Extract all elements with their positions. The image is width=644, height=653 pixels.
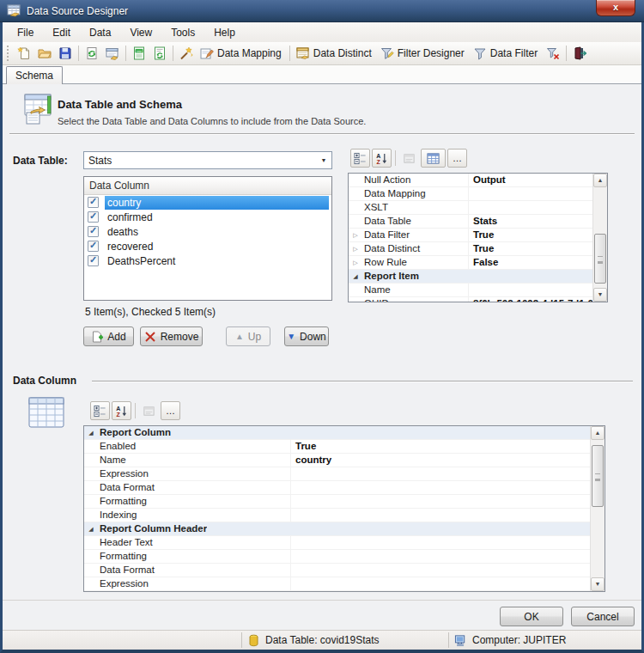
- property-value[interactable]: [291, 536, 590, 549]
- expand-arrow-icon[interactable]: [349, 187, 362, 200]
- property-row[interactable]: Data Distinct True: [349, 242, 592, 256]
- new-file-button[interactable]: [14, 44, 34, 63]
- expand-arrow-icon[interactable]: [84, 550, 98, 563]
- csv-file-button[interactable]: csv: [129, 44, 149, 63]
- scroll-down-icon[interactable]: ▼: [593, 288, 607, 302]
- menu-item[interactable]: File: [8, 24, 43, 41]
- property-value[interactable]: Output: [469, 174, 592, 186]
- save-button[interactable]: [55, 44, 76, 63]
- property-value[interactable]: [291, 495, 590, 508]
- expand-arrow-icon[interactable]: [349, 174, 362, 186]
- scroll-up-icon[interactable]: ▲: [591, 426, 605, 440]
- expand-arrow-icon[interactable]: [349, 256, 362, 269]
- property-value[interactable]: 8f6b-502-1093-4d15-7d1-0: [469, 297, 592, 302]
- property-row[interactable]: Name country: [84, 454, 590, 467]
- down-button[interactable]: ▼ Down: [284, 326, 329, 346]
- data-column-list-header[interactable]: Data Column: [84, 177, 331, 195]
- expand-arrow-icon[interactable]: [84, 509, 98, 522]
- menu-item[interactable]: Data: [80, 24, 120, 41]
- list-item[interactable]: recovered: [84, 239, 331, 253]
- checkbox-checked-icon[interactable]: [88, 226, 99, 237]
- menu-item[interactable]: Help: [204, 24, 245, 41]
- property-row[interactable]: Null Action Output: [349, 174, 592, 187]
- property-value[interactable]: [171, 426, 590, 439]
- property-value[interactable]: [291, 509, 590, 522]
- property-row[interactable]: Indexing: [84, 509, 590, 522]
- alphabetical-sort-button[interactable]: AZ: [112, 401, 131, 420]
- expand-arrow-icon[interactable]: [349, 242, 362, 255]
- ellipsis-button[interactable]: …: [161, 401, 180, 420]
- property-value[interactable]: [469, 284, 592, 296]
- property-value[interactable]: [291, 481, 590, 494]
- property-value[interactable]: country: [291, 454, 590, 467]
- data-distinct-button[interactable]: Data Distinct: [293, 44, 377, 63]
- xml-refresh-button[interactable]: [149, 44, 170, 63]
- property-row[interactable]: Data Format: [84, 564, 590, 577]
- data-table-dropdown[interactable]: Stats ▼: [83, 151, 332, 169]
- scrollbar-thumb[interactable]: [592, 445, 604, 507]
- property-row[interactable]: Enabled True: [84, 440, 590, 454]
- expand-arrow-icon[interactable]: [84, 522, 98, 535]
- property-value[interactable]: [291, 550, 590, 563]
- title-bar[interactable]: Data Source Designer x: [0, 0, 644, 22]
- open-file-button[interactable]: [34, 44, 55, 63]
- scrollbar[interactable]: ▲ ▼: [592, 174, 607, 302]
- property-row[interactable]: Formatting: [84, 495, 590, 509]
- property-value[interactable]: [291, 564, 590, 577]
- table-view-button[interactable]: [421, 149, 446, 168]
- property-value[interactable]: True: [291, 440, 590, 453]
- clear-filter-button[interactable]: [543, 44, 563, 63]
- property-row[interactable]: Data Table Stats: [349, 215, 592, 229]
- chevron-down-icon[interactable]: ▼: [316, 157, 331, 163]
- scrollbar[interactable]: ▲ ▼: [590, 426, 605, 591]
- property-value[interactable]: [207, 522, 590, 535]
- cancel-button[interactable]: Cancel: [571, 607, 635, 626]
- checkbox-checked-icon[interactable]: [88, 255, 99, 266]
- list-item[interactable]: confirmed: [84, 210, 331, 224]
- property-value[interactable]: [469, 201, 592, 214]
- property-value[interactable]: [291, 467, 590, 480]
- expand-arrow-icon[interactable]: [84, 481, 98, 494]
- list-item[interactable]: DeathsPercent: [84, 253, 331, 268]
- property-row[interactable]: Expression: [84, 467, 590, 481]
- property-row[interactable]: Header Text: [84, 536, 590, 550]
- toolbar-grip[interactable]: [7, 46, 10, 61]
- property-value[interactable]: [291, 577, 590, 590]
- ok-button[interactable]: OK: [500, 607, 563, 626]
- add-button[interactable]: Add: [83, 326, 134, 346]
- property-row[interactable]: Name: [349, 284, 592, 297]
- tab-schema[interactable]: Schema: [6, 66, 63, 84]
- expand-arrow-icon[interactable]: [84, 495, 98, 508]
- property-value[interactable]: Stats: [469, 215, 592, 228]
- expand-arrow-icon[interactable]: [349, 284, 362, 296]
- expand-arrow-icon[interactable]: [84, 454, 98, 467]
- property-row[interactable]: Data Filter True: [349, 229, 592, 242]
- alphabetical-sort-button[interactable]: AZ: [372, 149, 392, 168]
- menu-item[interactable]: Edit: [43, 24, 80, 41]
- expand-arrow-icon[interactable]: [349, 201, 362, 214]
- exit-button[interactable]: [569, 44, 590, 63]
- expand-arrow-icon[interactable]: [84, 440, 98, 453]
- scroll-up-icon[interactable]: ▲: [593, 174, 607, 187]
- ellipsis-button[interactable]: …: [447, 149, 467, 168]
- property-value[interactable]: [469, 187, 592, 200]
- property-value[interactable]: [419, 270, 592, 283]
- property-row[interactable]: Row Rule False: [349, 256, 592, 270]
- close-button[interactable]: x: [596, 0, 635, 16]
- categorized-view-button[interactable]: [90, 401, 110, 420]
- scroll-down-icon[interactable]: ▼: [591, 577, 605, 591]
- menu-item[interactable]: View: [120, 24, 161, 41]
- expand-arrow-icon[interactable]: [349, 297, 362, 302]
- data-filter-button[interactable]: Data Filter: [470, 44, 543, 63]
- remove-button[interactable]: Remove: [140, 326, 203, 346]
- property-row[interactable]: GUID 8f6b-502-1093-4d15-7d1-0: [349, 297, 592, 302]
- property-row[interactable]: Data Format: [84, 481, 590, 495]
- property-row[interactable]: Data Mapping: [349, 187, 592, 201]
- checkbox-checked-icon[interactable]: [88, 241, 99, 252]
- properties-button[interactable]: [102, 44, 123, 63]
- property-value[interactable]: True: [469, 242, 592, 255]
- expand-arrow-icon[interactable]: [84, 467, 98, 480]
- property-row[interactable]: Report Column Header: [84, 522, 590, 536]
- property-row[interactable]: Formatting: [84, 550, 590, 564]
- expand-arrow-icon[interactable]: [349, 270, 362, 283]
